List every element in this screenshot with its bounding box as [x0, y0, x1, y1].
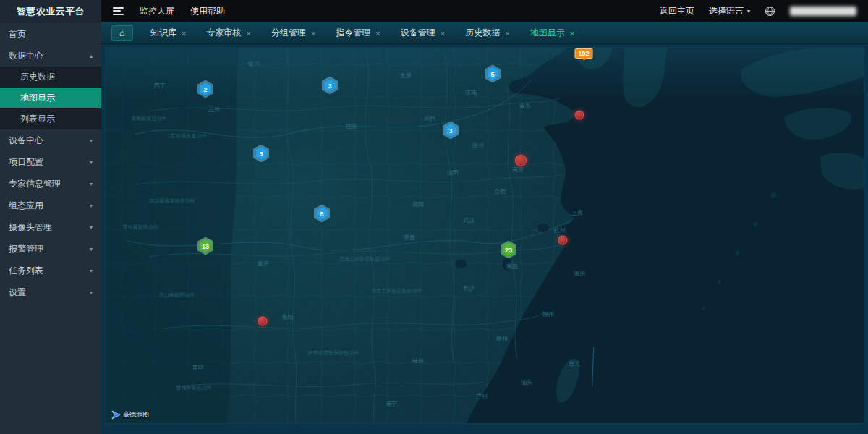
tab-device-mgmt[interactable]: 设备管理 ×: [391, 22, 455, 44]
sidebar-item-home[interactable]: 首页: [0, 23, 101, 45]
tab-label: 历史数据: [465, 27, 500, 39]
close-icon[interactable]: ×: [311, 29, 315, 38]
chevron-down-icon: ▾: [90, 203, 93, 209]
sidebar-item-project-config[interactable]: 项目配置 ▾: [0, 151, 101, 173]
sidebar-item-label: 摄像头管理: [9, 221, 52, 234]
chevron-up-icon: ▴: [90, 53, 93, 59]
chevron-down-icon: ▾: [90, 181, 93, 187]
map-point-marker[interactable]: [575, 111, 584, 120]
tab-label: 专家审核: [206, 27, 241, 39]
map-cluster-marker[interactable]: 3: [253, 145, 269, 163]
sidebar-submenu-data-center: 历史数据 地图显示 列表显示: [0, 67, 101, 129]
tab-label: 地图显示: [530, 27, 565, 39]
tab-map-display[interactable]: 地图显示 ×: [520, 22, 584, 44]
sidebar-item-data-center[interactable]: 数据中心 ▴: [0, 45, 101, 67]
tab-label: 分组管理: [271, 27, 306, 39]
amap-logo-icon: [111, 410, 121, 420]
chevron-down-icon: ▾: [90, 224, 93, 231]
sidebar-item-device-center[interactable]: 设备中心 ▾: [0, 129, 101, 151]
close-icon[interactable]: ×: [570, 29, 574, 38]
map-point-marker[interactable]: [558, 236, 568, 245]
monitor-screen-link[interactable]: 监控大屏: [140, 5, 174, 17]
sidebar-item-list-display[interactable]: 列表显示: [0, 109, 101, 129]
chevron-down-icon: ▾: [90, 246, 93, 252]
chevron-down-icon: ▾: [90, 289, 93, 296]
close-icon[interactable]: ×: [441, 29, 445, 38]
sidebar-item-label: 首页: [9, 28, 26, 41]
sidebar: 智慧农业云平台 首页 数据中心 ▴ 历史数据 地图显示 列表显示 设备中心 ▾ …: [0, 0, 101, 434]
map-cluster-marker[interactable]: 5: [314, 205, 330, 223]
close-icon[interactable]: ×: [375, 29, 380, 38]
sidebar-item-label: 设置: [9, 286, 26, 299]
sidebar-item-label: 任务列表: [9, 265, 43, 277]
map-cluster-marker[interactable]: 23: [501, 241, 516, 259]
sidebar-item-history-data[interactable]: 历史数据: [0, 67, 101, 88]
app-title: 智慧农业云平台: [0, 0, 101, 23]
close-icon[interactable]: ×: [182, 29, 186, 38]
sidebar-item-label: 数据中心: [9, 50, 43, 62]
tab-bar: ⌂ 知识库 × 专家审核 × 分组管理 × 指令管理 × 设备管理 ×: [101, 22, 868, 44]
sidebar-item-scada-app[interactable]: 组态应用 ▾: [0, 195, 101, 216]
map-cluster-marker[interactable]: 3: [322, 77, 338, 95]
back-home-link[interactable]: 返回主页: [660, 5, 694, 17]
map-point-marker[interactable]: [258, 317, 268, 326]
globe-icon[interactable]: [765, 6, 775, 17]
close-icon[interactable]: ×: [505, 29, 509, 38]
sidebar-item-label: 项目配置: [9, 156, 43, 169]
map-base-layer: [106, 48, 864, 423]
tab-knowledge-base[interactable]: 知识库 ×: [140, 22, 196, 44]
app-window: 智慧农业云平台 首页 数据中心 ▴ 历史数据 地图显示 列表显示 设备中心 ▾ …: [0, 0, 868, 434]
topbar-right: 返回主页 选择语言 ▾: [660, 5, 856, 17]
tab-history-data[interactable]: 历史数据 ×: [455, 22, 519, 44]
language-label: 选择语言: [709, 5, 744, 17]
sidebar-item-camera-mgmt[interactable]: 摄像头管理 ▾: [0, 216, 101, 238]
tab-group-mgmt[interactable]: 分组管理 ×: [261, 22, 326, 44]
top-bar: 监控大屏 使用帮助 返回主页 选择语言 ▾: [101, 0, 868, 22]
sidebar-item-alarm-mgmt[interactable]: 报警管理 ▾: [0, 238, 101, 260]
tab-label: 知识库: [150, 27, 176, 39]
map-point-marker[interactable]: [515, 155, 527, 166]
chevron-down-icon: ▾: [90, 137, 93, 144]
sidebar-nav: 首页 数据中心 ▴ 历史数据 地图显示 列表显示 设备中心 ▾ 项目配置 ▾ 专…: [0, 23, 101, 303]
amap-logo-text: 高德地图: [123, 410, 149, 420]
hamburger-menu-icon[interactable]: [113, 7, 124, 15]
sidebar-item-label: 专家信息管理: [9, 178, 61, 190]
home-icon: ⌂: [119, 27, 125, 38]
tab-command-mgmt[interactable]: 指令管理 ×: [326, 22, 390, 44]
help-link[interactable]: 使用帮助: [190, 5, 225, 17]
chevron-down-icon: ▾: [747, 8, 750, 14]
user-account-redacted[interactable]: [790, 7, 856, 16]
map-badge-marker[interactable]: 102: [574, 48, 592, 59]
sidebar-item-settings[interactable]: 设置 ▾: [0, 281, 101, 303]
map-cluster-marker[interactable]: 3: [443, 122, 459, 140]
sidebar-item-label: 设备中心: [9, 135, 43, 147]
sidebar-item-label: 组态应用: [9, 200, 43, 212]
close-icon[interactable]: ×: [246, 29, 250, 38]
tab-label: 指令管理: [336, 27, 370, 39]
sidebar-item-expert-info[interactable]: 专家信息管理 ▾: [0, 173, 101, 195]
main-area: 监控大屏 使用帮助 返回主页 选择语言 ▾ ⌂ 知识库 ×: [101, 0, 868, 434]
map-attribution[interactable]: 高德地图: [111, 410, 149, 420]
sidebar-item-task-list[interactable]: 任务列表 ▾: [0, 260, 101, 281]
sidebar-item-label: 报警管理: [9, 243, 43, 255]
tab-expert-review[interactable]: 专家审核 ×: [196, 22, 260, 44]
chevron-down-icon: ▾: [90, 268, 93, 274]
map-cluster-marker[interactable]: 13: [197, 237, 213, 255]
map-cluster-marker[interactable]: 2: [197, 80, 213, 98]
home-tab[interactable]: ⌂: [111, 25, 133, 41]
map-canvas[interactable]: 高德地图 西宁兰州银川太原西安郑州济南青岛徐州南京合肥上海杭州武汉长沙南昌温州重…: [105, 47, 864, 424]
chevron-down-icon: ▾: [90, 159, 93, 166]
map-cluster-marker[interactable]: 5: [485, 65, 501, 83]
map-panel: 高德地图 西宁兰州银川太原西安郑州济南青岛徐州南京合肥上海杭州武汉长沙南昌温州重…: [101, 44, 868, 434]
tab-label: 设备管理: [401, 27, 435, 39]
sidebar-item-map-display[interactable]: 地图显示: [0, 88, 101, 109]
language-selector[interactable]: 选择语言 ▾: [709, 5, 750, 17]
